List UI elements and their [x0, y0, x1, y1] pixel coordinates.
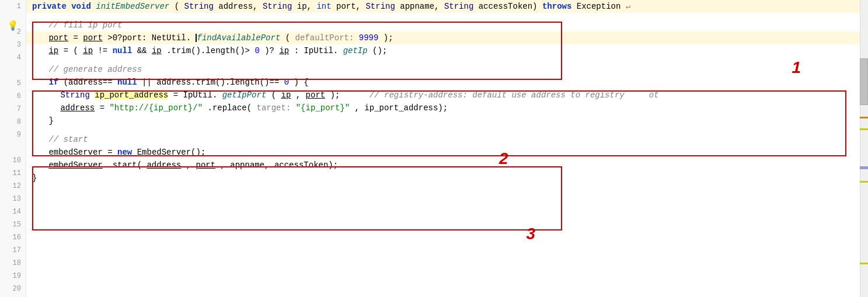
marker-5 [860, 166, 868, 169]
code-ip-line: ip = ( ip != null && ip .trim().length()… [26, 44, 868, 57]
comment-fill-ip: // fill ip port [26, 19, 868, 32]
annotation-number-3: 3 [526, 225, 535, 243]
code-editor: 1 2 3 4 5 6 7 8 9 10 11 12 13 14 15 16 1… [0, 0, 868, 297]
marker-7 [860, 263, 868, 264]
comment-generate-address: // generate address [26, 63, 868, 76]
annotation-number-1: 1 [792, 58, 801, 77]
code-if-line: if (address== null || address.trim().len… [26, 76, 868, 89]
closing-brace: } [26, 172, 868, 184]
scroll-thumb[interactable] [860, 58, 868, 105]
marker-6 [860, 181, 868, 183]
header-line: private void initEmbedServer ( String ad… [26, 0, 868, 13]
code-start-call: embedServer .start( address , port , app… [26, 159, 868, 172]
marker-4 [860, 128, 868, 130]
annotation-number-2: 2 [499, 149, 508, 168]
line-numbers: 1 2 3 4 5 6 7 8 9 10 11 12 13 14 15 16 1… [0, 0, 26, 297]
marker-3 [860, 117, 868, 118]
scrollbar-markers[interactable] [860, 0, 868, 297]
code-content: private void initEmbedServer ( String ad… [26, 0, 868, 184]
code-close-brace: } [26, 114, 868, 127]
comment-start: // start [26, 133, 868, 146]
code-ipport-line: String ip_port_address = IpUtil. getIpPo… [26, 89, 868, 102]
code-address-line: address = "http://{ip_port}/" .replace( … [26, 102, 868, 114]
lightbulb-icon: 💡 [7, 20, 19, 32]
code-port-line: port = port >0?port: NetUtil. findAvaila… [26, 32, 868, 44]
code-new-embedserver: embedServer = new EmbedServer(); [26, 146, 868, 159]
